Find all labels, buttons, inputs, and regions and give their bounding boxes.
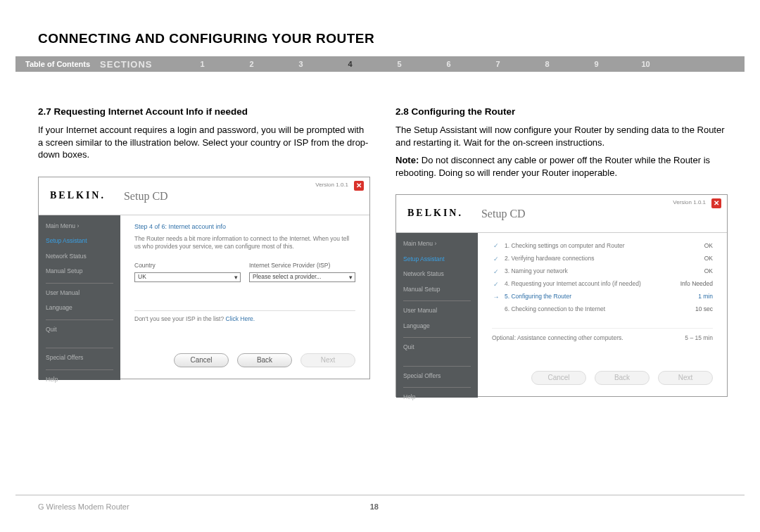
app-title: Setup CD (124, 189, 168, 204)
footer-product: G Wireless Modem Router (15, 502, 370, 511)
section-28-title: 2.8 Configuring the Router (395, 106, 728, 118)
nav-section-1[interactable]: 1 (178, 60, 227, 68)
check-icon: ✓ (492, 255, 500, 263)
screenshot-account-info: BELKIN. Setup CD Version 1.0.1 ✕ Main Me… (38, 177, 370, 379)
progress-step-status: 1 min (672, 293, 713, 300)
progress-step-label: 4. Requesting your Internet account info… (505, 280, 668, 288)
section-28-text: The Setup Assistant will now configure y… (395, 124, 728, 148)
screenshot-header: BELKIN. Setup CD Version 1.0.1 ✕ (396, 195, 727, 233)
step-description: The Router needs a bit more information … (134, 235, 355, 251)
progress-step-label: 5. Configuring the Router (505, 293, 668, 300)
nav-section-6[interactable]: 6 (424, 60, 474, 68)
page-footer: G Wireless Modem Router 18 (15, 495, 745, 511)
toc-link[interactable]: Table of Contents (15, 60, 100, 68)
nav-section-7[interactable]: 7 (474, 60, 523, 68)
progress-step: ✓3. Naming your networkOK (492, 267, 713, 276)
version-label: Version 1.0.1 (673, 199, 706, 207)
sidebar-special-offers[interactable]: Special Offers (403, 366, 471, 380)
close-icon[interactable]: ✕ (711, 198, 721, 208)
sidebar-setup-assistant[interactable]: Setup Assistant (46, 237, 113, 245)
nav-section-5[interactable]: 5 (375, 60, 424, 68)
progress-step-label: 1. Checking settings on computer and Rou… (505, 242, 668, 250)
section-27-text: If your Internet account requires a logi… (38, 124, 370, 161)
sidebar-special-offers[interactable]: Special Offers (46, 348, 113, 362)
progress-step-label: 2. Verifying hardware connections (505, 255, 668, 262)
section-nav-bar: Table of Contents SECTIONS 12345678910 (15, 56, 745, 72)
sidebar-language[interactable]: Language (403, 322, 471, 330)
progress-step-label: 3. Naming your network (505, 267, 668, 275)
right-column: 2.8 Configuring the Router The Setup Ass… (395, 106, 728, 397)
nav-section-8[interactable]: 8 (523, 60, 572, 68)
progress-step: ✓1. Checking settings on computer and Ro… (492, 241, 713, 250)
next-button[interactable]: Next (658, 371, 713, 385)
close-icon[interactable]: ✕ (354, 181, 364, 191)
nav-section-9[interactable]: 9 (572, 60, 621, 68)
nav-section-3[interactable]: 3 (277, 60, 326, 68)
sidebar-language[interactable]: Language (46, 304, 113, 312)
optional-step-row: Optional: Assistance connecting other co… (492, 328, 713, 342)
arrow-right-icon: → (492, 293, 500, 301)
screenshot-main-panel: ✓1. Checking settings on computer and Ro… (478, 233, 727, 398)
isp-note-link[interactable]: Click Here. (226, 315, 255, 322)
sidebar-user-manual[interactable]: User Manual (46, 283, 113, 297)
app-title: Setup CD (481, 206, 526, 222)
sidebar: Main Menu › Setup Assistant Network Stat… (39, 215, 120, 380)
section-27-title: 2.7 Requesting Internet Account Info if … (38, 106, 370, 118)
sidebar-manual-setup[interactable]: Manual Setup (46, 267, 113, 275)
check-icon: ✓ (492, 241, 500, 250)
belkin-logo: BELKIN. (39, 189, 106, 203)
sidebar-quit[interactable]: Quit (403, 337, 471, 351)
note-text: Do not disconnect any cable or power off… (395, 155, 710, 178)
page-title: CONNECTING AND CONFIGURING YOUR ROUTER (38, 31, 374, 46)
belkin-logo: BELKIN. (396, 207, 463, 220)
check-icon: ✓ (492, 267, 500, 276)
note-label: Note: (395, 155, 419, 165)
sidebar-user-manual[interactable]: User Manual (403, 300, 471, 315)
progress-step-status: OK (672, 255, 713, 262)
screenshot-configuring: BELKIN. Setup CD Version 1.0.1 ✕ Main Me… (395, 194, 728, 397)
page-number: 18 (370, 502, 745, 511)
sidebar-network-status[interactable]: Network Status (403, 270, 471, 278)
check-icon: ✓ (492, 280, 500, 289)
progress-step: ✓4. Requesting your Internet account inf… (492, 280, 713, 289)
next-button[interactable]: Next (300, 353, 355, 367)
sidebar: Main Menu › Setup Assistant Network Stat… (396, 233, 478, 398)
progress-step: ✓2. Verifying hardware connectionsOK (492, 255, 713, 263)
progress-step: 6. Checking connection to the Internet10… (492, 305, 713, 313)
content-columns: 2.7 Requesting Internet Account Info if … (38, 106, 722, 397)
progress-step-status: OK (672, 242, 713, 250)
sidebar-setup-assistant[interactable]: Setup Assistant (403, 255, 471, 263)
sidebar-network-status[interactable]: Network Status (46, 253, 113, 260)
cancel-button[interactable]: Cancel (531, 371, 586, 385)
back-button[interactable]: Back (237, 353, 292, 367)
back-button[interactable]: Back (595, 371, 650, 385)
sidebar-main-menu[interactable]: Main Menu › (403, 240, 471, 248)
screenshot-main-panel: Step 4 of 6: Internet account info The R… (120, 215, 369, 380)
version-label: Version 1.0.1 (315, 182, 348, 189)
country-select[interactable]: UK (134, 272, 241, 282)
progress-step: →5. Configuring the Router1 min (492, 293, 713, 301)
nav-section-4[interactable]: 4 (326, 60, 375, 68)
country-label: Country (134, 262, 241, 270)
sidebar-quit[interactable]: Quit (46, 319, 113, 334)
sidebar-main-menu[interactable]: Main Menu › (46, 222, 113, 230)
isp-note-text: Don't you see your ISP in the list? (134, 315, 226, 322)
screenshot-header: BELKIN. Setup CD Version 1.0.1 ✕ (39, 177, 369, 215)
optional-step-text: Optional: Assistance connecting other co… (492, 334, 672, 342)
sidebar-help[interactable]: Help (46, 369, 113, 384)
progress-step-status: Info Needed (672, 280, 713, 288)
isp-label: Internet Service Provider (ISP) (249, 262, 355, 270)
sections-label: SECTIONS (100, 59, 177, 70)
left-column: 2.7 Requesting Internet Account Info if … (38, 106, 370, 397)
nav-section-2[interactable]: 2 (227, 60, 277, 68)
sidebar-help[interactable]: Help (403, 387, 471, 401)
sidebar-manual-setup[interactable]: Manual Setup (403, 286, 471, 293)
nav-section-10[interactable]: 10 (621, 60, 671, 68)
section-28-note: Note: Do not disconnect any cable or pow… (395, 154, 728, 179)
cancel-button[interactable]: Cancel (174, 353, 229, 367)
progress-step-status: 10 sec (672, 305, 713, 313)
isp-select[interactable]: Please select a provider... (249, 272, 355, 282)
isp-note: Don't you see your ISP in the list? Clic… (134, 310, 355, 323)
progress-step-status: OK (672, 267, 713, 275)
optional-step-status: 5 – 15 min (672, 334, 713, 342)
